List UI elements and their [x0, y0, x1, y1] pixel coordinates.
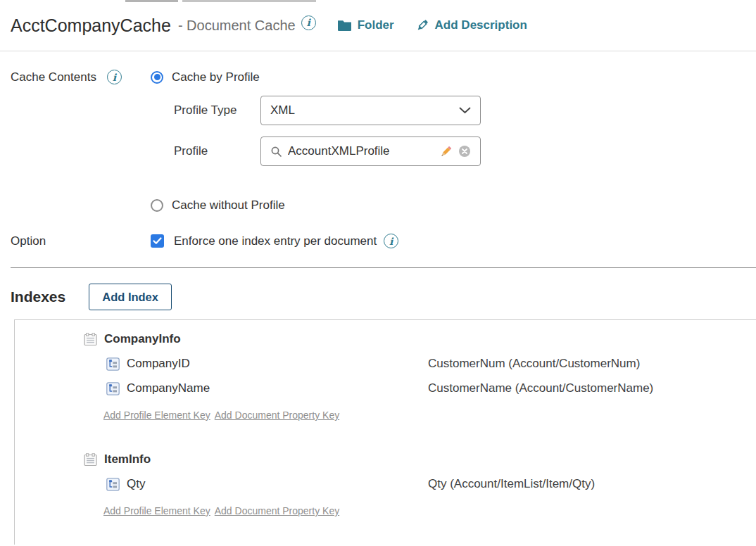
index-key-row[interactable]: CompanyName CustomerName (Account/Custom…: [15, 379, 756, 398]
indexes-heading: Indexes: [11, 288, 65, 305]
index-list: CompanyInfo CompanyID CustomerNum (Accou…: [14, 319, 756, 545]
info-icon[interactable]: i: [107, 70, 122, 84]
indexes-header: Indexes Add Index: [0, 284, 756, 310]
cache-settings-form: Cache Contents i Cache by Profile Profil…: [0, 51, 756, 268]
component-type-label: - Document Cache: [178, 18, 296, 34]
index-group-name: CompanyInfo: [104, 332, 181, 346]
section-divider: [11, 267, 756, 268]
cache-without-profile-radio[interactable]: [151, 199, 163, 212]
info-icon[interactable]: i: [301, 15, 316, 30]
cache-by-profile-label: Cache by Profile: [172, 70, 260, 84]
add-profile-element-key-link[interactable]: Add Profile Element Key: [103, 410, 210, 421]
folder-icon: [337, 19, 352, 32]
profile-row: Profile AccountXMLProfile: [174, 136, 756, 166]
index-group-row[interactable]: CompanyInfo: [15, 330, 756, 348]
profile-value: AccountXMLProfile: [288, 144, 434, 158]
top-tab-remnant-right: [182, 0, 316, 2]
profile-type-label: Profile Type: [174, 103, 260, 118]
add-profile-element-key-link[interactable]: Add Profile Element Key: [103, 505, 210, 516]
cache-contents-label: Cache Contents: [11, 70, 96, 84]
chevron-down-icon: [459, 107, 471, 114]
search-icon: [270, 146, 282, 158]
index-key-name: CompanyID: [127, 357, 190, 371]
index-key-value: CustomerName (Account/CustomerName): [428, 381, 756, 395]
cache-by-profile-radio[interactable]: [151, 71, 163, 84]
profile-type-row: Profile Type XML: [174, 96, 756, 125]
index-group-name: ItemInfo: [104, 452, 151, 466]
index-group-row[interactable]: ItemInfo: [15, 450, 756, 469]
pencil-icon: [415, 18, 429, 32]
profile-type-select[interactable]: XML: [260, 96, 481, 125]
index-key-name: Qty: [127, 477, 145, 491]
index-key-value: Qty (Account/ItemList/Item/Qty): [428, 477, 756, 491]
cache-by-profile-radio-group[interactable]: Cache by Profile: [151, 70, 260, 84]
index-key-value: CustomerNum (Account/CustomerNum): [428, 357, 756, 371]
add-document-property-key-link[interactable]: Add Document Property Key: [215, 505, 339, 516]
index-actions-row: Add Profile Element Key Add Document Pro…: [15, 410, 756, 421]
index-actions-row: Add Profile Element Key Add Document Pro…: [15, 505, 756, 516]
add-description-label: Add Description: [435, 18, 527, 32]
index-key-name: CompanyName: [127, 381, 210, 395]
option-label: Option: [11, 234, 151, 248]
add-index-button[interactable]: Add Index: [89, 284, 172, 310]
folder-button[interactable]: Folder: [337, 18, 394, 32]
enforce-one-index-checkbox[interactable]: [151, 234, 164, 248]
add-description-button[interactable]: Add Description: [415, 18, 527, 32]
edit-pencil-icon[interactable]: [439, 145, 453, 158]
index-key-row[interactable]: Qty Qty (Account/ItemList/Item/Qty): [15, 475, 756, 493]
element-key-icon: [106, 382, 120, 395]
component-header: AcctCompanyCache - Document Cache i Fold…: [0, 0, 756, 51]
page-title: AcctCompanyCache: [11, 15, 171, 36]
add-document-property-key-link[interactable]: Add Document Property Key: [215, 410, 339, 421]
enforce-one-index-label: Enforce one index entry per document: [174, 234, 377, 248]
profile-input[interactable]: AccountXMLProfile: [260, 136, 481, 166]
index-group-icon: [83, 452, 98, 467]
option-row: Option Enforce one index entry per docum…: [0, 234, 756, 248]
element-key-icon: [106, 357, 120, 371]
clear-icon[interactable]: [458, 145, 471, 158]
index-key-row[interactable]: CompanyID CustomerNum (Account/CustomerN…: [15, 355, 756, 373]
index-group-icon: [83, 332, 98, 347]
info-icon[interactable]: i: [384, 234, 398, 248]
folder-label: Folder: [358, 18, 394, 32]
profile-type-value: XML: [270, 103, 295, 118]
cache-without-profile-radio-group[interactable]: Cache without Profile: [151, 198, 756, 212]
profile-label: Profile: [174, 144, 260, 158]
top-tab-remnant-left: [125, 0, 178, 2]
element-key-icon: [106, 478, 120, 491]
cache-contents-row: Cache Contents i Cache by Profile: [0, 70, 756, 84]
cache-without-profile-label: Cache without Profile: [172, 198, 285, 212]
